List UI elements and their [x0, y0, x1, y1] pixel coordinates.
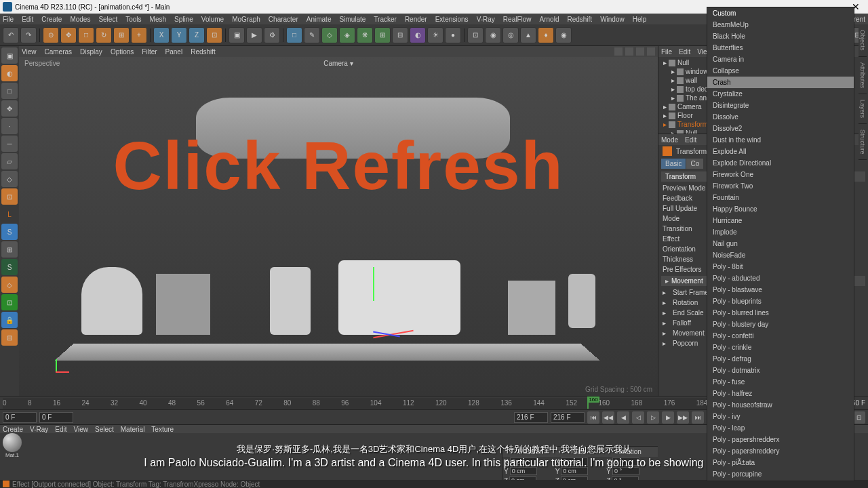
vp-options[interactable]: Options: [111, 48, 134, 56]
render-view[interactable]: ▣: [229, 27, 245, 43]
generators[interactable]: ◈: [339, 27, 355, 43]
menu-window[interactable]: Window: [600, 16, 625, 23]
vp-nav1[interactable]: [614, 47, 623, 56]
mat-view[interactable]: View: [73, 426, 88, 433]
menu-tracker[interactable]: Tracker: [374, 16, 397, 23]
start-range-input[interactable]: [39, 412, 73, 423]
goto-end[interactable]: ⏭: [692, 411, 704, 424]
menu-file[interactable]: File: [3, 16, 14, 23]
render-region[interactable]: ▶: [246, 27, 262, 43]
menu-arnold[interactable]: Arnold: [540, 16, 559, 23]
dd-item-collapse[interactable]: Collapse: [707, 65, 854, 77]
camera-add[interactable]: ◐: [410, 27, 426, 43]
dd-item-explode-directional[interactable]: Explode Directional: [707, 157, 854, 169]
last-tool[interactable]: ⊞: [113, 27, 130, 43]
cube-primitive[interactable]: □: [286, 27, 302, 43]
model-mode[interactable]: ▣: [1, 47, 18, 64]
dd-item-poly---halfrez[interactable]: Poly - halfrez: [707, 388, 854, 399]
dd-item-poly---blurred-lines[interactable]: Poly - blurred lines: [707, 307, 854, 319]
dd-item-dissolve[interactable]: Dissolve: [707, 111, 854, 123]
dd-item-dissolve2[interactable]: Dissolve2: [707, 123, 854, 134]
render-settings[interactable]: ⚙: [264, 27, 280, 43]
vp-nav3[interactable]: [636, 47, 644, 56]
snap-toggle[interactable]: S: [1, 224, 18, 240]
viewport[interactable]: Perspective Camera ▾: [19, 57, 658, 396]
plus-tool[interactable]: +: [131, 27, 147, 43]
select-tool[interactable]: ⊙: [43, 27, 59, 43]
dd-item-poly---pi--ata[interactable]: Poly - piÃ±ata: [707, 457, 854, 468]
menu-redshift[interactable]: Redshift: [567, 16, 592, 23]
move-tool[interactable]: ✥: [60, 27, 77, 43]
goto-start[interactable]: ⏮: [587, 411, 599, 424]
attr-tab-basic[interactable]: Basic: [661, 159, 686, 169]
menu-mograph[interactable]: MoGraph: [232, 16, 260, 23]
dd-item-black-hole[interactable]: Black Hole: [707, 30, 854, 42]
rtab-objects[interactable]: Objects: [859, 24, 867, 57]
edge-mode[interactable]: ─: [1, 136, 18, 152]
quantize[interactable]: ⊡: [1, 294, 18, 310]
dd-item-nail-gun[interactable]: Nail gun: [707, 238, 854, 249]
dd-item-poly---defrag[interactable]: Poly - defrag: [707, 353, 854, 365]
menu-create[interactable]: Create: [41, 16, 62, 23]
rotate-tool[interactable]: ↻: [96, 27, 112, 43]
extra4[interactable]: ♦: [538, 27, 554, 43]
dd-item-hurricane[interactable]: Hurricane: [707, 215, 854, 226]
attr-menu-edit[interactable]: Edit: [685, 136, 696, 144]
object-mode[interactable]: □: [1, 83, 18, 99]
dd-item-poly---papershredderx[interactable]: Poly - papershredderx: [707, 434, 854, 445]
dd-item-poly---leap[interactable]: Poly - leap: [707, 422, 854, 434]
dd-item-firework-two[interactable]: Firework Two: [707, 180, 854, 192]
y-axis-lock[interactable]: Y: [171, 27, 187, 43]
dd-item-poly---8bit[interactable]: Poly - 8bit: [707, 261, 854, 272]
vp-redshift[interactable]: Redshift: [191, 48, 216, 56]
dd-item-noisefade[interactable]: NoiseFade: [707, 249, 854, 261]
nurbs-tool[interactable]: ◇: [321, 27, 338, 43]
dd-item-poly---confetti[interactable]: Poly - confetti: [707, 330, 854, 342]
dd-item-happy-bounce[interactable]: Happy Bounce: [707, 203, 854, 215]
start-frame-input[interactable]: [3, 412, 37, 423]
goto-next-key[interactable]: ▶▶: [677, 411, 689, 424]
dd-item-poly---blustery-day[interactable]: Poly - blustery day: [707, 319, 854, 330]
polygon-mode[interactable]: ▱: [1, 153, 18, 169]
uv-mode[interactable]: ◇: [1, 171, 18, 187]
menu-simulate[interactable]: Simulate: [339, 16, 366, 23]
dd-item-poly---scantron[interactable]: Poly - scantron: [707, 480, 854, 481]
dd-item-butterflies[interactable]: Butterflies: [707, 42, 854, 54]
material-add[interactable]: ●: [445, 27, 461, 43]
obj-menu-file[interactable]: File: [661, 48, 672, 56]
fields[interactable]: ⊞: [374, 27, 391, 43]
mat-vray[interactable]: V-Ray: [30, 426, 48, 433]
dd-item-poly---blueprints[interactable]: Poly - blueprints: [707, 296, 854, 307]
extra5[interactable]: ◉: [555, 27, 572, 43]
menu-spline[interactable]: Spline: [174, 16, 193, 23]
dd-item-camera-in[interactable]: Camera in: [707, 54, 854, 65]
planar-workplane[interactable]: ⊟: [1, 329, 18, 346]
pen-tool[interactable]: ✎: [304, 27, 320, 43]
menu-render[interactable]: Render: [405, 16, 427, 23]
vp-cameras[interactable]: Cameras: [45, 48, 73, 56]
redo-button[interactable]: ↷: [20, 27, 37, 43]
l-shape-icon[interactable]: L: [1, 206, 18, 222]
goto-prev-key[interactable]: ◀◀: [602, 411, 614, 424]
dd-item-poly---ivy[interactable]: Poly - ivy: [707, 411, 854, 422]
dd-item-firework-one[interactable]: Firework One: [707, 169, 854, 180]
scale-tool[interactable]: □: [78, 27, 94, 43]
vp-nav4[interactable]: [647, 47, 655, 56]
end-range-input[interactable]: [514, 412, 548, 423]
dd-item-beammeup[interactable]: BeamMeUp: [707, 19, 854, 30]
dd-item-poly---porcupine[interactable]: Poly - porcupine: [707, 468, 854, 480]
vp-view[interactable]: View: [22, 48, 37, 56]
lock-workplane[interactable]: 🔒: [1, 312, 18, 328]
menu-edit[interactable]: Edit: [22, 16, 33, 23]
material-preview[interactable]: [3, 433, 22, 452]
preset-dropdown[interactable]: Custom BeamMeUpBlack HoleButterfliesCame…: [707, 7, 854, 481]
environment[interactable]: ⊟: [392, 27, 408, 43]
menu-select[interactable]: Select: [98, 16, 117, 23]
vp-panel[interactable]: Panel: [165, 48, 183, 56]
deformers[interactable]: ❋: [357, 27, 373, 43]
dd-item-poly---fuse[interactable]: Poly - fuse: [707, 376, 854, 388]
key-extra2[interactable]: ⊡: [853, 411, 865, 424]
extra1[interactable]: ◉: [485, 27, 501, 43]
dd-item-explode-all[interactable]: Explode All: [707, 146, 854, 157]
mat-edit[interactable]: Edit: [55, 426, 66, 433]
